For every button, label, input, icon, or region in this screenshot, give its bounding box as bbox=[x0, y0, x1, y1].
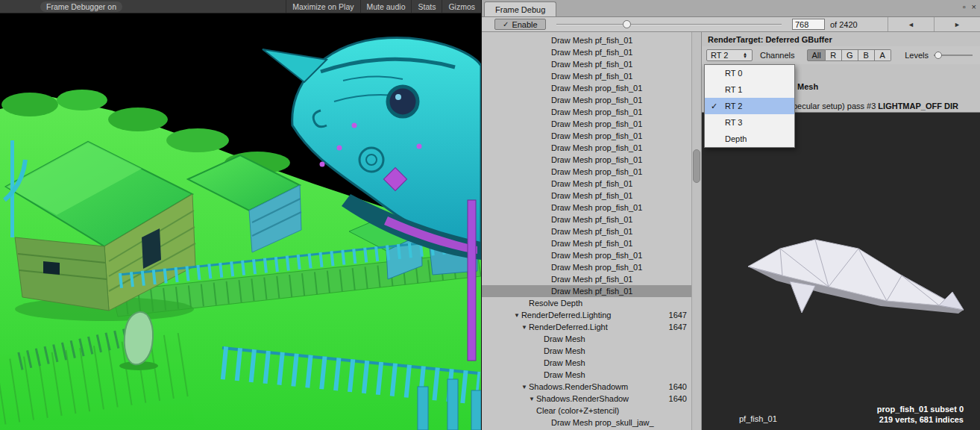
rt-option-rt-0[interactable]: RT 0 bbox=[705, 65, 794, 81]
event-label: Draw Mesh prop_fish_01 bbox=[551, 263, 642, 272]
enable-label: Enable bbox=[512, 20, 537, 29]
event-label: Draw Mesh prop_fish_01 bbox=[551, 131, 642, 140]
event-row[interactable]: Draw Mesh prop_skull_jaw_ bbox=[482, 417, 701, 429]
event-row[interactable]: Draw Mesh pf_fish_01 bbox=[482, 34, 701, 46]
event-row[interactable]: Draw Mesh pf_fish_01 bbox=[482, 237, 701, 249]
event-row[interactable]: ▼RenderDeferred.Lighting1647 bbox=[482, 309, 701, 321]
event-row[interactable]: Draw Mesh prop_fish_01 bbox=[482, 118, 701, 130]
preview-mesh-name: pf_fish_01 bbox=[739, 414, 777, 423]
scrollbar-thumb[interactable] bbox=[693, 149, 700, 183]
event-row[interactable]: Draw Mesh pf_fish_01 bbox=[482, 285, 701, 297]
event-label: Draw Mesh pf_fish_01 bbox=[551, 48, 632, 57]
event-row[interactable]: Draw Mesh prop_fish_01 bbox=[482, 142, 701, 154]
event-row[interactable]: Draw Mesh pf_fish_01 bbox=[482, 70, 701, 82]
shader-pass-text: pecular setup) pass #3 bbox=[793, 102, 876, 110]
rt-option-depth[interactable]: Depth bbox=[705, 131, 794, 147]
event-label: Draw Mesh pf_fish_01 bbox=[551, 215, 632, 224]
event-row[interactable]: Draw Mesh pf_fish_01 bbox=[482, 178, 701, 190]
rt-option-label: RT 3 bbox=[725, 118, 742, 127]
channel-button-a[interactable]: A bbox=[875, 49, 891, 61]
event-list-scrollbar[interactable] bbox=[691, 32, 701, 430]
event-label: RenderDeferred.Light bbox=[529, 322, 608, 331]
event-row[interactable]: ▼Shadows.RenderShadow1640 bbox=[482, 393, 701, 405]
event-label: Draw Mesh pf_fish_01 bbox=[551, 275, 632, 284]
frame-slider-track[interactable] bbox=[556, 24, 782, 25]
event-row[interactable]: ▼Shadows.RenderShadowm1640 bbox=[482, 381, 701, 393]
event-label: Clear (color+Z+stencil) bbox=[536, 406, 619, 415]
rt-option-rt-1[interactable]: RT 1 bbox=[705, 81, 794, 98]
foldout-arrow-icon[interactable]: ▼ bbox=[529, 396, 535, 402]
event-row[interactable]: Draw Mesh prop_fish_01 bbox=[482, 130, 701, 142]
event-row[interactable]: Draw Mesh pf_fish_01 bbox=[482, 214, 701, 225]
levels-slider[interactable] bbox=[932, 49, 974, 61]
event-label: Draw Mesh bbox=[544, 346, 585, 355]
event-row[interactable]: Draw Mesh prop_fish_01 bbox=[482, 106, 701, 118]
window-box-icon[interactable]: ▫ bbox=[963, 2, 966, 11]
event-row[interactable]: Draw Mesh pf_fish_01 bbox=[482, 46, 701, 58]
foldout-arrow-icon[interactable]: ▼ bbox=[521, 384, 527, 390]
enable-button[interactable]: ✓ Enable bbox=[494, 19, 546, 30]
rt-option-label: Depth bbox=[725, 134, 747, 143]
event-row[interactable]: Draw Mesh pf_fish_01 bbox=[482, 273, 701, 285]
event-row[interactable]: Draw Mesh prop_fish_01 bbox=[482, 202, 701, 214]
frame-debug-toolbar: ✓ Enable of 2420 ◄ ► bbox=[482, 17, 980, 32]
event-label: Draw Mesh prop_fish_01 bbox=[551, 143, 642, 152]
event-row[interactable]: Draw Mesh prop_fish_01 bbox=[482, 261, 701, 273]
event-row[interactable]: Draw Mesh bbox=[482, 333, 701, 345]
rt-option-label: RT 0 bbox=[725, 69, 742, 78]
frame-debug-window: Frame Debug ▫ × ✓ Enable of 2420 ◄ ► D bbox=[481, 0, 980, 430]
event-row[interactable]: Draw Mesh prop_fish_01 bbox=[482, 154, 701, 166]
event-label: Draw Mesh pf_fish_01 bbox=[551, 60, 632, 69]
event-row[interactable]: Draw Mesh prop_fish_01 bbox=[482, 249, 701, 261]
event-label: Draw Mesh pf_fish_01 bbox=[551, 179, 632, 188]
toolbar-button-mute-audio[interactable]: Mute audio bbox=[360, 0, 412, 13]
event-row[interactable]: Draw Mesh prop_fish_01 bbox=[482, 166, 701, 178]
tab-frame-debug[interactable]: Frame Debug bbox=[484, 1, 556, 16]
next-arrow-icon: ► bbox=[954, 21, 961, 28]
rt-dropdown-button[interactable]: RT 2 ▲▼ bbox=[706, 49, 753, 61]
event-row[interactable]: Draw Mesh prop_fish_01 bbox=[482, 82, 701, 94]
prev-event-button[interactable]: ◄ bbox=[888, 17, 934, 31]
event-list: Draw Mesh pf_fish_01Draw Mesh pf_fish_01… bbox=[482, 32, 701, 429]
prev-arrow-icon: ◄ bbox=[908, 21, 914, 28]
event-label: Shadows.RenderShadow bbox=[536, 394, 629, 403]
event-row[interactable]: Draw Mesh pf_fish_01 bbox=[482, 225, 701, 237]
event-row[interactable]: Draw Mesh bbox=[482, 369, 701, 381]
game-viewport bbox=[0, 13, 481, 430]
event-label: Resolve Depth bbox=[529, 299, 582, 308]
frame-slider-thumb[interactable] bbox=[623, 20, 631, 28]
event-label: Draw Mesh prop_fish_01 bbox=[551, 251, 642, 260]
frame-slider[interactable] bbox=[553, 17, 785, 31]
rt-option-rt-2[interactable]: ✓RT 2 bbox=[705, 98, 794, 114]
mesh-preview: pf_fish_01 prop_fish_01 subset 0 219 ver… bbox=[702, 112, 980, 430]
levels-slider-thumb[interactable] bbox=[935, 52, 942, 59]
toolbar-button-gizmos[interactable]: Gizmos bbox=[442, 0, 481, 13]
event-label: Draw Mesh pf_fish_01 bbox=[551, 239, 632, 248]
foldout-arrow-icon[interactable]: ▼ bbox=[521, 324, 527, 331]
window-close-icon[interactable]: × bbox=[972, 2, 976, 11]
levels-group: Levels bbox=[905, 49, 974, 61]
foldout-arrow-icon[interactable]: ▼ bbox=[514, 312, 520, 319]
event-row[interactable]: Draw Mesh pf_fish_01 bbox=[482, 190, 701, 202]
rt-option-rt-3[interactable]: RT 3 bbox=[705, 114, 794, 131]
toolbar-button-stats[interactable]: Stats bbox=[411, 0, 442, 13]
event-row[interactable]: Draw Mesh bbox=[482, 357, 701, 369]
event-row[interactable]: Resolve Depth bbox=[482, 297, 701, 309]
channel-button-r[interactable]: R bbox=[826, 49, 842, 61]
channel-button-b[interactable]: B bbox=[858, 49, 875, 61]
event-label: Draw Mesh pf_fish_01 bbox=[551, 287, 632, 296]
event-row[interactable]: Draw Mesh prop_fish_01 bbox=[482, 94, 701, 106]
event-row[interactable]: Draw Mesh pf_fish_01 bbox=[482, 58, 701, 70]
next-event-button[interactable]: ► bbox=[934, 17, 980, 31]
preview-subset-label: prop_fish_01 subset 0 bbox=[877, 404, 964, 414]
frame-number-field[interactable] bbox=[792, 19, 825, 30]
game-view-toolbar: Frame Debugger on Maximize on PlayMute a… bbox=[0, 0, 481, 13]
channel-button-g[interactable]: G bbox=[842, 49, 858, 61]
event-row[interactable]: ▼RenderDeferred.Light1647 bbox=[482, 321, 701, 333]
event-row[interactable]: Clear (color+Z+stencil) bbox=[482, 405, 701, 417]
channel-button-all[interactable]: All bbox=[807, 49, 825, 61]
event-count: 1647 bbox=[669, 322, 687, 331]
toolbar-button-maximize-on-play[interactable]: Maximize on Play bbox=[286, 0, 359, 13]
event-row[interactable]: Draw Mesh bbox=[482, 345, 701, 357]
window-controls: ▫ × bbox=[963, 2, 976, 11]
